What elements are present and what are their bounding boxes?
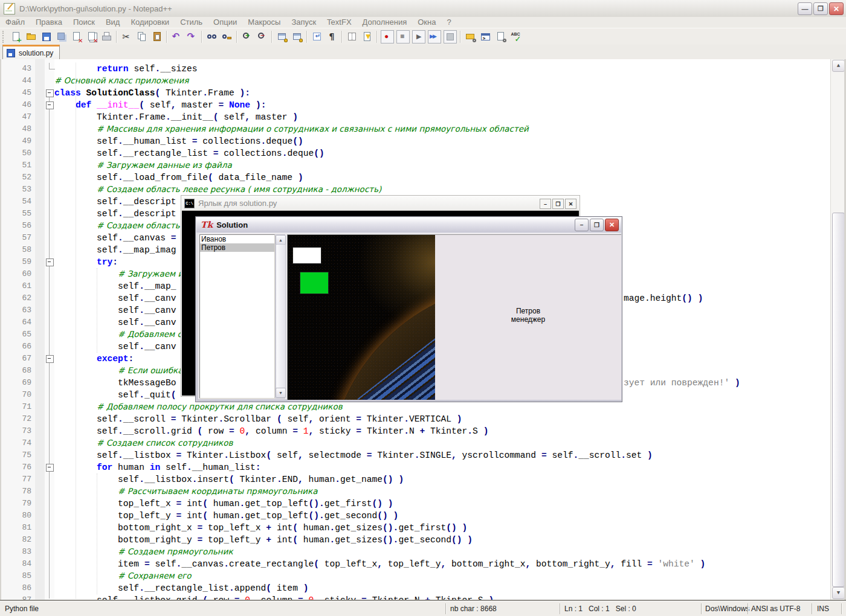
fold-collapse-marker[interactable] [46, 89, 54, 97]
show-all-characters-button[interactable] [325, 30, 339, 44]
green-rectangle[interactable] [300, 272, 329, 294]
zoom-in-button[interactable] [240, 30, 254, 44]
save-file-button[interactable] [39, 30, 53, 44]
menu-item-Правка[interactable]: Правка [30, 17, 68, 28]
sync-scroll-h-button[interactable] [290, 30, 304, 44]
employee-role: менеджер [435, 315, 621, 324]
redo-button[interactable] [185, 30, 199, 44]
menu-item-Запуск[interactable]: Запуск [286, 17, 321, 28]
undo-button[interactable] [170, 30, 184, 44]
listbox-item-Петров[interactable]: Петров [200, 243, 274, 252]
line-number: 71 [1, 401, 31, 413]
fold-collapse-marker[interactable] [46, 464, 54, 472]
code-line: Tkinter.Frame.__init__( self, master ) [54, 111, 298, 123]
fold-collapse-marker[interactable] [46, 258, 54, 266]
doc-link-button[interactable] [494, 30, 508, 44]
copy-button[interactable] [135, 30, 149, 44]
code-line: self.__scroll = Tkinter.Scrollbar ( self… [54, 413, 462, 425]
line-number: 45 [1, 87, 31, 99]
toolbar-separator [201, 31, 202, 43]
menu-item-Дополнения[interactable]: Дополнения [357, 17, 413, 28]
replace-button[interactable] [220, 30, 234, 44]
employee-listbox[interactable]: ИвановПетров [199, 234, 275, 399]
macro-save-button[interactable] [444, 30, 457, 43]
new-file-button[interactable] [9, 30, 23, 44]
close-button[interactable]: ✕ [829, 2, 844, 15]
code-line: self.__listbox = Tkinter.Listbox( self, … [54, 449, 653, 461]
spell-check-button[interactable] [509, 30, 523, 44]
listbox-item-Иванов[interactable]: Иванов [200, 235, 274, 243]
menu-item-Вид[interactable]: Вид [100, 17, 126, 28]
fold-collapse-marker[interactable] [46, 101, 54, 109]
menu-item-Окна[interactable]: Окна [412, 17, 441, 28]
find-button[interactable] [205, 30, 219, 44]
launch-in-explorer-icon [465, 31, 476, 42]
scrollbar-thumb[interactable] [832, 213, 844, 587]
console-minimize-button[interactable]: – [540, 199, 551, 209]
line-number: 84 [1, 558, 31, 570]
menu-item-Файл[interactable]: Файл [0, 17, 30, 28]
macro-record-button[interactable] [381, 30, 394, 43]
console-title-bar[interactable]: C:\ Ярлык для solution.py – ❐ ✕ [182, 196, 579, 211]
zoom-out-button[interactable] [255, 30, 269, 44]
line-number: 85 [1, 570, 31, 582]
menu-item-?[interactable]: ? [441, 17, 456, 28]
macro-play-button[interactable] [412, 30, 425, 43]
function-list-button[interactable] [360, 30, 374, 44]
undo-icon [172, 31, 182, 42]
code-line: self.__canv [54, 316, 176, 329]
solution-window-title: Solution [216, 220, 248, 229]
listbox-scroll-down-button[interactable]: ▼ [276, 388, 286, 398]
solution-title-bar[interactable]: Tk Solution [196, 217, 621, 233]
minimize-button[interactable]: — [798, 2, 812, 15]
menu-item-TextFX[interactable]: TextFX [321, 17, 357, 28]
toolbar-separator [341, 31, 343, 43]
paste-icon [152, 31, 163, 42]
status-caret-position: Ln : 1 Col : 1 Sel : 0 [564, 605, 636, 613]
menu-item-Стиль[interactable]: Стиль [175, 17, 208, 28]
scroll-up-button[interactable]: ▲ [832, 60, 844, 72]
white-rectangle[interactable] [292, 247, 321, 264]
console-close-button[interactable]: ✕ [565, 199, 576, 209]
print-button[interactable] [100, 30, 114, 44]
macro-run-multiple-button[interactable] [428, 30, 441, 43]
status-bar: Python file nb char : 8668 Ln : 1 Col : … [0, 601, 846, 616]
solution-close-button[interactable]: ✕ [605, 219, 619, 231]
menu-item-Поиск[interactable]: Поиск [68, 17, 100, 28]
solution-minimize-button[interactable]: – [575, 219, 589, 231]
macro-stop-button[interactable] [396, 30, 410, 43]
close-file-button[interactable] [69, 30, 83, 44]
indent-guide-button[interactable] [345, 30, 359, 44]
description-area: Петров менеджер [435, 235, 621, 400]
toolbar-separator [236, 31, 237, 43]
scroll-down-button[interactable]: ▼ [832, 587, 844, 599]
save-all-button[interactable] [54, 30, 68, 44]
solution-window[interactable]: Tk Solution – ❐ ✕ ИвановПетров ▲ ▼ [195, 216, 622, 402]
menu-item-Кодировки[interactable]: Кодировки [125, 17, 175, 28]
fold-collapse-marker[interactable] [46, 355, 54, 363]
menu-item-Опции[interactable]: Опции [208, 17, 242, 28]
bookmark-margin[interactable] [35, 59, 45, 600]
menu-item-Макросы[interactable]: Макросы [242, 17, 286, 28]
open-console-button[interactable] [479, 30, 492, 44]
restore-button[interactable]: ❐ [813, 2, 828, 15]
listbox-scrollbar-thumb[interactable] [276, 244, 286, 390]
code-line: self.__listbox.insert( Tkinter.END, huma… [54, 473, 404, 486]
fold-margin[interactable] [45, 59, 54, 600]
console-maximize-button[interactable]: ❐ [552, 199, 564, 209]
close-all-button[interactable] [85, 30, 98, 44]
line-number: 44 [1, 75, 31, 87]
open-file-button[interactable] [24, 30, 38, 44]
line-number: 43 [1, 63, 31, 75]
launch-in-explorer-button[interactable] [463, 30, 477, 44]
paste-button[interactable] [150, 30, 164, 44]
solution-maximize-button[interactable]: ❐ [590, 219, 604, 231]
status-doc-type: Python file [5, 605, 39, 613]
listbox-scrollbar[interactable]: ▲ ▼ [275, 234, 285, 399]
word-wrap-button[interactable] [310, 30, 324, 44]
cut-button[interactable] [120, 30, 134, 44]
map-canvas[interactable]: Петров менеджер [287, 234, 621, 400]
sync-scroll-v-button[interactable] [275, 30, 289, 44]
tab-solution-py[interactable]: solution.py [2, 45, 60, 59]
editor-vertical-scrollbar[interactable]: ▲ ▼ [830, 59, 844, 600]
